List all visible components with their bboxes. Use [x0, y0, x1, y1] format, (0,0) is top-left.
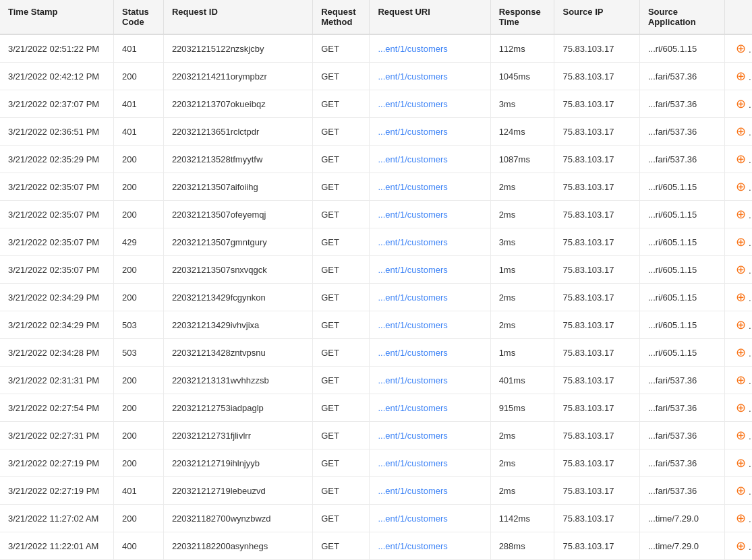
cell-status: 200 — [114, 505, 164, 532]
cell-sourceApp: ...fari/537.36 — [639, 146, 724, 173]
expand-button[interactable]: ⊕ — [733, 262, 748, 277]
cell-method: GET — [313, 422, 370, 449]
cell-requestId: 220321213428zntvpsnu — [163, 339, 312, 367]
cell-action[interactable]: ⊕ — [725, 339, 752, 367]
uri-link[interactable]: ...ent/1/customers — [378, 320, 447, 330]
cell-action[interactable]: ⊕ — [725, 422, 752, 449]
uri-link[interactable]: ...ent/1/customers — [378, 265, 447, 275]
cell-action[interactable]: ⊕ — [725, 311, 752, 339]
cell-sourceIp: 75.83.103.17 — [554, 532, 639, 560]
uri-link[interactable]: ...ent/1/customers — [378, 44, 447, 54]
cell-sourceIp: 75.83.103.17 — [554, 477, 639, 505]
uri-link[interactable]: ...ent/1/customers — [378, 431, 447, 441]
table-row: 3/21/2022 02:37:07 PM401220321213707okue… — [0, 90, 752, 118]
expand-button[interactable]: ⊕ — [733, 179, 748, 194]
uri-link[interactable]: ...ent/1/customers — [378, 348, 447, 358]
table-row: 3/21/2022 02:36:51 PM401220321213651rclc… — [0, 118, 752, 146]
table-row: 3/21/2022 02:51:22 PM401220321215122nzsk… — [0, 34, 752, 63]
uri-link[interactable]: ...ent/1/customers — [378, 237, 447, 247]
uri-link[interactable]: ...ent/1/customers — [378, 127, 447, 137]
col-header-responseTime: Response Time — [490, 0, 554, 34]
table-row: 3/21/2022 02:35:07 PM200220321213507snxv… — [0, 256, 752, 284]
cell-uri[interactable]: ...ent/1/customers — [370, 228, 490, 256]
expand-button[interactable]: ⊕ — [733, 428, 748, 443]
uri-link[interactable]: ...ent/1/customers — [378, 154, 447, 164]
cell-uri[interactable]: ...ent/1/customers — [370, 284, 490, 311]
cell-action[interactable]: ⊕ — [725, 284, 752, 311]
expand-button[interactable]: ⊕ — [733, 456, 748, 470]
cell-uri[interactable]: ...ent/1/customers — [370, 201, 490, 228]
cell-uri[interactable]: ...ent/1/customers — [370, 146, 490, 173]
cell-uri[interactable]: ...ent/1/customers — [370, 173, 490, 201]
uri-link[interactable]: ...ent/1/customers — [378, 182, 447, 192]
cell-requestId: 220321213707okueibqz — [163, 90, 312, 118]
expand-button[interactable]: ⊕ — [733, 41, 748, 56]
cell-sourceApp: ...ri/605.1.15 — [639, 34, 724, 63]
cell-uri[interactable]: ...ent/1/customers — [370, 118, 490, 146]
expand-button[interactable]: ⊕ — [733, 538, 748, 553]
expand-button[interactable]: ⊕ — [733, 317, 748, 332]
expand-button[interactable]: ⊕ — [733, 511, 748, 526]
cell-responseTime: 2ms — [490, 201, 554, 228]
expand-button[interactable]: ⊕ — [733, 345, 748, 360]
cell-action[interactable]: ⊕ — [725, 146, 752, 173]
cell-uri[interactable]: ...ent/1/customers — [370, 449, 490, 477]
cell-action[interactable]: ⊕ — [725, 449, 752, 477]
uri-link[interactable]: ...ent/1/customers — [378, 403, 447, 413]
cell-uri[interactable]: ...ent/1/customers — [370, 422, 490, 449]
cell-action[interactable]: ⊕ — [725, 256, 752, 284]
cell-action[interactable]: ⊕ — [725, 201, 752, 228]
cell-uri[interactable]: ...ent/1/customers — [370, 34, 490, 63]
expand-button[interactable]: ⊕ — [733, 400, 748, 415]
cell-action[interactable]: ⊕ — [725, 505, 752, 532]
cell-uri[interactable]: ...ent/1/customers — [370, 477, 490, 505]
cell-action[interactable]: ⊕ — [725, 118, 752, 146]
cell-timestamp: 3/21/2022 02:27:31 PM — [0, 422, 114, 449]
cell-action[interactable]: ⊕ — [725, 90, 752, 118]
cell-uri[interactable]: ...ent/1/customers — [370, 63, 490, 90]
expand-button[interactable]: ⊕ — [733, 69, 748, 84]
cell-uri[interactable]: ...ent/1/customers — [370, 394, 490, 422]
expand-button[interactable]: ⊕ — [733, 483, 748, 498]
cell-action[interactable]: ⊕ — [725, 477, 752, 505]
cell-status: 200 — [114, 256, 164, 284]
cell-action[interactable]: ⊕ — [725, 34, 752, 63]
cell-requestId: 220321182200asynhegs — [163, 532, 312, 560]
cell-status: 503 — [114, 311, 164, 339]
uri-link[interactable]: ...ent/1/customers — [378, 514, 447, 524]
uri-link[interactable]: ...ent/1/customers — [378, 486, 447, 496]
cell-action[interactable]: ⊕ — [725, 367, 752, 394]
cell-uri[interactable]: ...ent/1/customers — [370, 367, 490, 394]
cell-uri[interactable]: ...ent/1/customers — [370, 90, 490, 118]
cell-status: 200 — [114, 173, 164, 201]
cell-uri[interactable]: ...ent/1/customers — [370, 339, 490, 367]
expand-button[interactable]: ⊕ — [733, 290, 748, 305]
expand-button[interactable]: ⊕ — [733, 96, 748, 111]
expand-button[interactable]: ⊕ — [733, 373, 748, 387]
cell-uri[interactable]: ...ent/1/customers — [370, 505, 490, 532]
cell-uri[interactable]: ...ent/1/customers — [370, 311, 490, 339]
uri-link[interactable]: ...ent/1/customers — [378, 99, 447, 109]
cell-method: GET — [313, 228, 370, 256]
uri-link[interactable]: ...ent/1/customers — [378, 71, 447, 82]
uri-link[interactable]: ...ent/1/customers — [378, 292, 447, 303]
cell-timestamp: 3/21/2022 02:34:29 PM — [0, 284, 114, 311]
uri-link[interactable]: ...ent/1/customers — [378, 375, 447, 385]
uri-link[interactable]: ...ent/1/customers — [378, 458, 447, 468]
cell-action[interactable]: ⊕ — [725, 394, 752, 422]
expand-button[interactable]: ⊕ — [733, 152, 748, 166]
uri-link[interactable]: ...ent/1/customers — [378, 541, 447, 551]
cell-responseTime: 2ms — [490, 449, 554, 477]
cell-action[interactable]: ⊕ — [725, 228, 752, 256]
cell-status: 200 — [114, 422, 164, 449]
expand-button[interactable]: ⊕ — [733, 124, 748, 139]
cell-action[interactable]: ⊕ — [725, 173, 752, 201]
expand-button[interactable]: ⊕ — [733, 235, 748, 249]
cell-uri[interactable]: ...ent/1/customers — [370, 532, 490, 560]
uri-link[interactable]: ...ent/1/customers — [378, 210, 447, 220]
expand-button[interactable]: ⊕ — [733, 207, 748, 222]
cell-uri[interactable]: ...ent/1/customers — [370, 256, 490, 284]
cell-action[interactable]: ⊕ — [725, 63, 752, 90]
cell-action[interactable]: ⊕ — [725, 532, 752, 560]
cell-requestId: 220321212753iadpaglp — [163, 394, 312, 422]
